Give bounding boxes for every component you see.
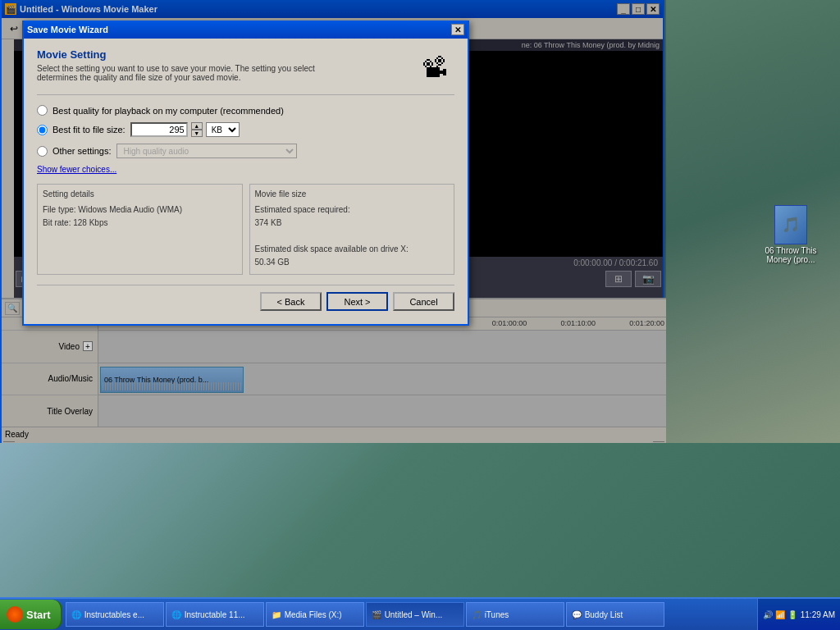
radio-best-quality: Best quality for playback on my computer… (37, 105, 454, 116)
radio-best-quality-label[interactable]: Best quality for playback on my computer… (52, 106, 284, 116)
start-label: Start (26, 609, 51, 621)
taskbar-item-5[interactable]: 💬 Buddy List (566, 602, 664, 627)
file-size-text-input[interactable] (130, 122, 188, 137)
desktop: 🎵 06 Throw This Money (pro... 🎬 Untitled… (0, 0, 840, 597)
taskbar-item-4[interactable]: 🎵 iTunes (466, 602, 564, 627)
radio-best-fit-label[interactable]: Best fit to file size: (52, 125, 126, 135)
file-size-spinner: ▲ ▼ (191, 122, 203, 137)
setting-details-box: Setting details File type: Widows Media … (37, 184, 243, 275)
start-logo (7, 606, 23, 623)
start-button[interactable]: Start (0, 600, 62, 629)
file-size-input-group: ▲ ▼ KB MB (130, 122, 240, 137)
back-button[interactable]: < Back (260, 292, 322, 311)
taskbar-item-label-5: Buddy List (585, 610, 623, 619)
taskbar-clock: 11:29 AM (801, 610, 835, 619)
estimated-space-value: 374 KB (255, 217, 450, 230)
taskbar-item-3[interactable]: 🎬 Untitled – Win... (366, 602, 464, 627)
dialog-wizard-icon: 📽 (415, 48, 454, 88)
dialog-body: Movie Setting Select the setting you wan… (24, 39, 468, 324)
movie-file-size-title: Movie file size (255, 189, 450, 199)
taskbar-item-label-3: Untitled – Win... (385, 610, 443, 619)
radio-best-fit-input[interactable] (37, 125, 48, 135)
details-row: Setting details File type: Widows Media … (37, 184, 454, 275)
taskbar-right: 🔊 📶 🔋 11:29 AM (757, 599, 840, 630)
music-file-icon: 🎵 (774, 205, 807, 244)
save-movie-dialog: Save Movie Wizard ✕ Movie Setting Select… (22, 21, 469, 326)
estimated-disk-label: Estimated disk space available on drive … (255, 243, 450, 256)
taskbar-item-1[interactable]: 🌐 Instructable 11... (166, 602, 264, 627)
dialog-titlebar: Save Movie Wizard ✕ (24, 21, 468, 39)
wmm-window: 🎬 Untitled - Windows Movie Maker _ □ ✕ ↩… (0, 0, 664, 443)
bit-rate-label: Bit rate: 128 Kbps (43, 217, 237, 230)
radio-best-fit: Best fit to file size: ▲ ▼ KB MB (37, 122, 454, 137)
taskbar-item-icon-2: 📁 (272, 610, 281, 619)
taskbar: Start 🌐 Instructables e... 🌐 Instructabl… (0, 597, 840, 630)
cancel-button[interactable]: Cancel (393, 292, 454, 311)
estimated-disk-value: 50.34 GB (255, 256, 450, 269)
taskbar-item-icon-1: 🌐 (171, 610, 181, 619)
tray-icons: 🔊 📶 🔋 (763, 610, 797, 619)
radio-best-quality-input[interactable] (37, 105, 48, 116)
dialog-header-subtitle: Select the setting you want to use to sa… (37, 64, 415, 82)
desktop-icon-music[interactable]: 🎵 06 Throw This Money (pro... (762, 205, 819, 264)
file-type-label: File type: Widows Media Audio (WMA) (43, 203, 237, 217)
show-fewer-choices-link[interactable]: Show fewer choices... (37, 165, 454, 174)
file-size-unit-select[interactable]: KB MB (206, 122, 240, 137)
taskbar-item-icon-0: 🌐 (71, 610, 81, 619)
dialog-overlay: Save Movie Wizard ✕ Movie Setting Select… (2, 0, 666, 443)
dialog-title: Save Movie Wizard (27, 25, 108, 34)
taskbar-item-icon-3: 🎬 (372, 610, 381, 619)
dialog-header: Movie Setting Select the setting you wan… (37, 48, 454, 95)
setting-details-title: Setting details (43, 189, 237, 199)
taskbar-item-icon-5: 💬 (572, 610, 582, 619)
next-button[interactable]: Next > (326, 292, 388, 311)
estimated-space-label: Estimated space required: (255, 203, 450, 217)
spinner-up[interactable]: ▲ (191, 122, 203, 130)
other-settings-row: Other settings: High quality audio (37, 144, 454, 158)
radio-other-input[interactable] (37, 146, 48, 157)
dialog-header-text: Movie Setting Select the setting you wan… (37, 48, 415, 82)
dialog-header-title: Movie Setting (37, 48, 415, 61)
taskbar-items: 🌐 Instructables e... 🌐 Instructable 11..… (62, 602, 758, 627)
spinner-down[interactable]: ▼ (191, 130, 203, 137)
taskbar-item-2[interactable]: 📁 Media Files (X:) (266, 602, 364, 627)
taskbar-item-label-2: Media Files (X:) (285, 610, 342, 619)
taskbar-item-icon-4: 🎵 (472, 610, 482, 619)
desktop-icon-label: 06 Throw This Money (pro... (762, 246, 819, 264)
taskbar-item-label-4: iTunes (485, 610, 509, 619)
taskbar-item-label-1: Instructable 11... (185, 610, 245, 619)
dialog-close-button[interactable]: ✕ (451, 24, 464, 35)
movie-file-size-box: Movie file size Estimated space required… (249, 184, 455, 275)
taskbar-item-label-0: Instructables e... (84, 610, 144, 619)
setting-details-content: File type: Widows Media Audio (WMA) Bit … (43, 203, 237, 230)
other-settings-select[interactable]: High quality audio (116, 144, 297, 158)
taskbar-item-0[interactable]: 🌐 Instructables e... (66, 602, 164, 627)
movie-file-size-content: Estimated space required: 374 KB Estimat… (255, 203, 450, 269)
radio-other-label[interactable]: Other settings: (52, 146, 112, 156)
dialog-buttons: < Back Next > Cancel (37, 285, 454, 314)
